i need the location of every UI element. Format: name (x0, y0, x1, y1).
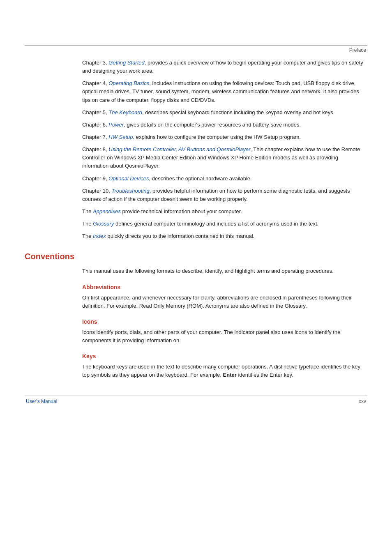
keys-heading: Keys (82, 353, 366, 359)
page: Preface Chapter 3, Getting Started, prov… (0, 45, 392, 555)
chapter7-link[interactable]: HW Setup (108, 134, 133, 140)
glossary-text-before: The (82, 221, 93, 227)
chapter10-text-before: Chapter 10, (82, 188, 112, 194)
chapter6-text-before: Chapter 6, (82, 122, 108, 128)
conventions-intro: This manual uses the following formats t… (82, 267, 366, 275)
index-paragraph: The Index quickly directs you to the inf… (82, 232, 366, 240)
chapter7-text-after: , explains how to configure the computer… (133, 134, 301, 140)
chapter8-paragraph: Chapter 8, Using the Remote Controller, … (82, 145, 366, 170)
chapter6-text-after: , gives details on the computer's power … (124, 122, 301, 128)
chapter7-paragraph: Chapter 7, HW Setup, explains how to con… (82, 133, 366, 141)
appendixes-text-after: provide technical information about your… (121, 208, 242, 214)
glossary-text-after: defines general computer terminology and… (114, 221, 318, 227)
index-text-before: The (82, 233, 93, 239)
chapter8-text-before: Chapter 8, (82, 146, 108, 152)
chapter9-text-after: , describes the optional hardware availa… (149, 175, 252, 182)
abbreviations-heading: Abbreviations (82, 284, 366, 290)
chapter7-text-before: Chapter 7, (82, 134, 108, 140)
abbreviations-text: On first appearance, and whenever necess… (82, 294, 366, 310)
glossary-link[interactable]: Glossary (93, 221, 114, 227)
chapter3-text-before: Chapter 3, (82, 60, 108, 66)
conventions-content: This manual uses the following formats t… (82, 267, 366, 379)
chapter5-link[interactable]: The Keyboard (108, 109, 142, 115)
footer-area: User's Manual xxv (0, 396, 392, 404)
chapter5-paragraph: Chapter 5, The Keyboard, describes speci… (82, 108, 366, 117)
chapter8-link[interactable]: Using the Remote Controller, AV Buttons … (108, 146, 250, 152)
chapter10-paragraph: Chapter 10, Troubleshooting, provides he… (82, 187, 366, 203)
chapter9-text-before: Chapter 9, (82, 175, 108, 182)
chapter4-text-before: Chapter 4, (82, 80, 108, 86)
footer-left-label: User's Manual (26, 398, 57, 404)
appendixes-link[interactable]: Appendixes (93, 208, 121, 214)
chapter5-text-after: , describes special keyboard functions i… (142, 109, 334, 115)
glossary-paragraph: The Glossary defines general computer te… (82, 220, 366, 228)
chapter4-link[interactable]: Operating Basics (108, 80, 149, 86)
keys-paragraph: The keyboard keys are used in the text t… (82, 363, 366, 379)
icons-heading: Icons (82, 318, 366, 325)
chapter9-paragraph: Chapter 9, Optional Devices, describes t… (82, 175, 366, 183)
footer-right-label: xxv (359, 398, 366, 404)
chapter6-link[interactable]: Power (108, 122, 124, 128)
keys-text-after: identifies the Enter key. (237, 372, 293, 378)
chapter9-link[interactable]: Optional Devices (108, 175, 149, 182)
appendixes-paragraph: The Appendixes provide technical informa… (82, 207, 366, 216)
chapter10-link[interactable]: Troubleshooting (112, 188, 150, 194)
content-area: Chapter 3, Getting Started, provides a q… (82, 59, 366, 240)
appendixes-text-before: The (82, 208, 93, 214)
header-label: Preface (0, 46, 392, 53)
conventions-heading: Conventions (25, 252, 392, 261)
icons-text: Icons identify ports, dials, and other p… (82, 328, 366, 345)
chapter5-text-before: Chapter 5, (82, 109, 108, 115)
keys-bold-text: Enter (223, 372, 237, 378)
chapter6-paragraph: Chapter 6, Power, gives details on the c… (82, 121, 366, 129)
index-link[interactable]: Index (93, 233, 106, 239)
chapter3-link[interactable]: Getting Started (108, 60, 144, 66)
index-text-after: quickly directs you to the information c… (106, 233, 254, 239)
keys-text-before: The keyboard keys are used in the text t… (82, 364, 360, 378)
chapter4-paragraph: Chapter 4, Operating Basics, includes in… (82, 79, 366, 104)
chapter3-paragraph: Chapter 3, Getting Started, provides a q… (82, 59, 366, 75)
